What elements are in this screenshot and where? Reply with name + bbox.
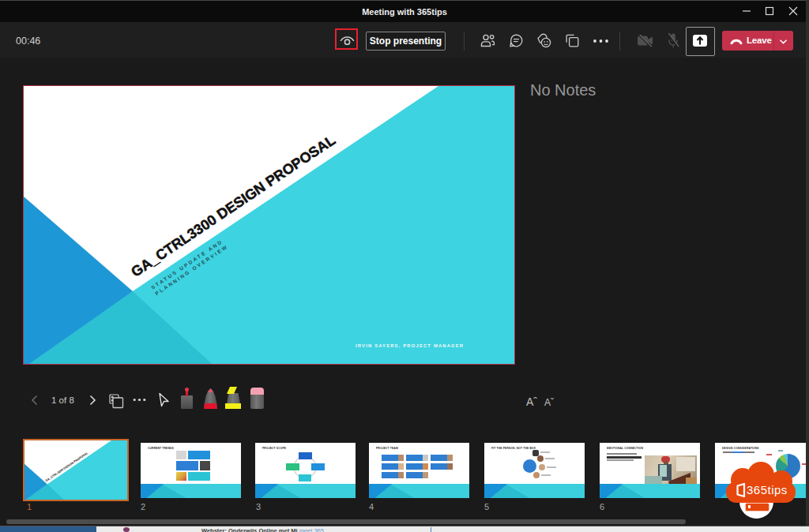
svg-text:365tips: 365tips bbox=[747, 483, 788, 496]
